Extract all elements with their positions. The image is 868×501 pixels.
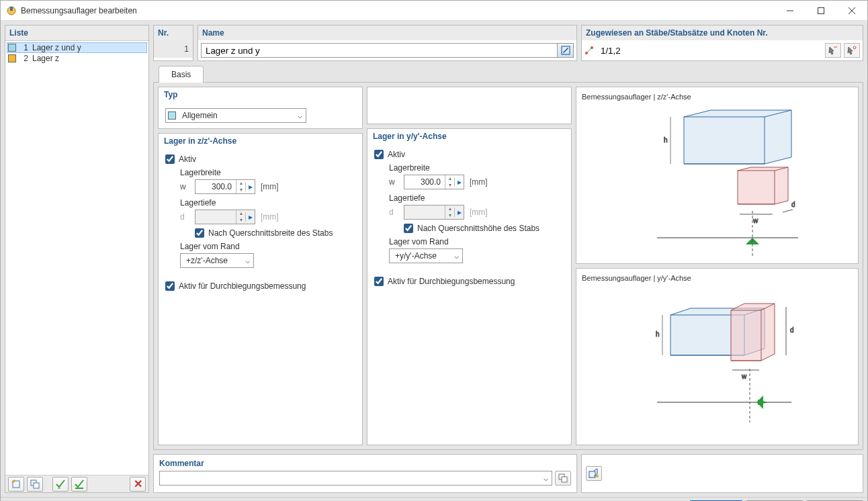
typ-value: Allgemein (178, 111, 294, 120)
svg-text:✶: ✶ (12, 479, 16, 484)
empty-top-group (367, 87, 572, 124)
comment-input[interactable]: ⌵ (159, 471, 552, 486)
typ-combo[interactable]: Allgemein ⌵ (165, 108, 306, 123)
list-panel: Liste 1 Lager z und y 2 Lager z ✶ (5, 25, 149, 493)
color-swatch (8, 44, 16, 52)
width-y-var: w (389, 177, 398, 187)
depth-y-var: d (389, 208, 398, 217)
app-icon (6, 5, 17, 16)
list-item[interactable]: 2 Lager z (7, 53, 147, 64)
chevron-down-icon: ⌵ (241, 256, 253, 265)
member-icon (584, 46, 594, 55)
tab-basis[interactable]: Basis (159, 66, 204, 83)
svg-text:d: d (791, 201, 795, 208)
close-button[interactable] (836, 1, 867, 21)
assigned-input[interactable] (597, 43, 822, 58)
svg-rect-3 (818, 7, 824, 13)
name-input[interactable] (201, 43, 558, 58)
nr-value: 1 (154, 40, 193, 58)
svg-text:h: h (656, 330, 660, 338)
minimize-button[interactable] (775, 1, 806, 21)
list-item-num: 1 (20, 43, 28, 52)
width-z-input[interactable]: 300.0 ▴▾ ▸ (195, 179, 255, 194)
width-y-label: Lagerbreite (389, 163, 564, 173)
axis-z-active-checkbox[interactable] (165, 154, 175, 164)
axis-z-group: Lager in z/z'-Achse Aktiv Lagerbreite w (158, 133, 363, 445)
deflection-y-checkbox[interactable] (374, 277, 384, 286)
pick-member-button[interactable] (825, 43, 841, 58)
svg-marker-41 (731, 304, 775, 361)
svg-rect-57 (562, 477, 567, 482)
delete-button[interactable]: ✕ (130, 477, 146, 492)
pick-node-button[interactable] (844, 43, 860, 58)
diagram-yy: Bemessungsauflager | y/y'-Achse (576, 268, 859, 445)
diagram-mode-button[interactable] (586, 466, 602, 481)
depth-y-input: ▴▾ ▸ (404, 205, 464, 220)
nr-label: Nr. (154, 26, 193, 40)
svg-line-31 (783, 210, 793, 212)
maximize-button[interactable] (806, 1, 836, 21)
window-title: Bemessungsauflager bearbeiten (21, 6, 775, 15)
depth-z-var: d (180, 212, 189, 222)
svg-rect-9 (34, 483, 39, 488)
list-item[interactable]: 1 Lager z und y (7, 42, 147, 53)
axis-y-header: Lager in y/y'-Achse (367, 129, 571, 144)
copy-item-button[interactable] (27, 477, 43, 492)
width-z-var: w (180, 182, 189, 191)
depth-y-auto-checkbox[interactable] (404, 224, 413, 233)
assigned-label: Zugewiesen an Stäbe/Stabsätze und Knoten… (582, 26, 863, 40)
deflection-y[interactable]: Aktiv für Durchbiegungsbemessung (374, 277, 564, 286)
svg-rect-10 (75, 488, 83, 489)
axis-z-header: Lager in z/z'-Achse (159, 134, 362, 149)
list-item-num: 2 (20, 54, 28, 63)
nr-box: Nr. 1 (153, 25, 193, 61)
check-button-1[interactable] (52, 477, 69, 492)
chevron-down-icon: ⌵ (450, 251, 462, 261)
axis-y-active[interactable]: Aktiv (374, 150, 564, 159)
svg-text:h: h (664, 136, 668, 144)
svg-point-16 (853, 46, 856, 49)
list-header: Liste (5, 26, 148, 41)
edit-name-button[interactable] (558, 43, 574, 58)
list-item-label: Lager z und y (32, 43, 81, 52)
deflection-z-checkbox[interactable] (165, 281, 175, 291)
depth-z-input: ▴▾ ▸ (195, 210, 255, 224)
svg-point-59 (596, 475, 599, 477)
typ-group: Typ Allgemein ⌵ (158, 87, 363, 129)
svg-text:d: d (790, 326, 794, 334)
deflection-z[interactable]: Aktiv für Durchbiegungsbemessung (165, 281, 355, 291)
comment-box: Kommentar ⌵ (153, 454, 577, 493)
check-button-2[interactable] (71, 477, 87, 492)
depth-z-auto-checkbox[interactable] (195, 228, 204, 238)
edge-z-combo[interactable]: +z/z'-Achse ⌵ (180, 253, 254, 268)
comment-library-button[interactable] (555, 471, 571, 486)
edge-y-label: Lager vom Rand (389, 237, 564, 246)
depth-y-label: Lagertiefe (389, 193, 564, 203)
svg-marker-22 (738, 167, 788, 204)
axis-z-active[interactable]: Aktiv (165, 154, 355, 164)
svg-line-14 (587, 48, 591, 52)
diagram-zz-title: Bemessungsauflager | z/z'-Achse (582, 93, 853, 101)
svg-rect-1 (10, 7, 13, 11)
depth-z-auto[interactable]: Nach Querschnittsbreite des Stabs (195, 228, 333, 238)
depth-z-label: Lagertiefe (180, 198, 355, 208)
list: 1 Lager z und y 2 Lager z (5, 41, 148, 475)
axis-y-group: Lager in y/y'-Achse Aktiv Lagerbreite w (367, 128, 572, 445)
list-item-label: Lager z (32, 54, 59, 63)
color-swatch (8, 54, 16, 62)
name-box: Name (198, 25, 577, 61)
axis-y-active-checkbox[interactable] (374, 150, 384, 159)
svg-rect-58 (589, 471, 595, 477)
depth-y-auto[interactable]: Nach Querschnittshöhe des Stabs (404, 224, 539, 233)
width-z-label: Lagerbreite (180, 168, 355, 177)
new-item-button[interactable]: ✶ (8, 477, 24, 492)
chevron-down-icon: ⌵ (539, 473, 552, 483)
typ-header: Typ (159, 87, 362, 103)
comment-header: Kommentar (159, 459, 571, 468)
svg-text:w: w (741, 373, 747, 380)
svg-marker-17 (684, 110, 791, 164)
name-label: Name (198, 26, 576, 40)
edge-z-label: Lager vom Rand (180, 242, 355, 251)
edge-y-combo[interactable]: +y/y'-Achse ⌵ (389, 248, 463, 263)
width-y-input[interactable]: 300.0 ▴▾ ▸ (404, 175, 464, 189)
